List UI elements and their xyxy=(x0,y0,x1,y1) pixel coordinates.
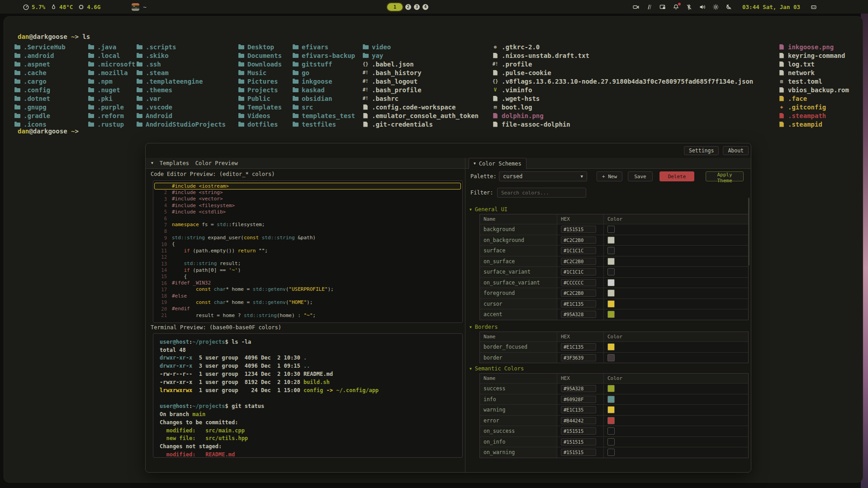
collapse-arrow-icon[interactable]: ▼ xyxy=(151,161,153,165)
table-row: cursor#E1C135 xyxy=(480,298,748,309)
color-swatch[interactable] xyxy=(607,247,615,254)
screencast-icon[interactable] xyxy=(632,4,640,10)
hex-input[interactable]: #151515 xyxy=(561,438,596,445)
section-title: General UI xyxy=(475,206,508,213)
color-swatch[interactable] xyxy=(607,268,615,275)
color-swatch[interactable] xyxy=(607,258,615,265)
color-swatch[interactable] xyxy=(607,406,615,413)
file-name: .purple xyxy=(97,104,124,111)
line-number: 19 xyxy=(153,299,172,305)
file-name: .reform xyxy=(97,112,124,119)
terminal-preview-line xyxy=(160,394,462,403)
notifications-indicator[interactable] xyxy=(673,4,679,10)
file-item: .face xyxy=(778,94,849,103)
search-colors-input[interactable] xyxy=(497,188,586,198)
terminal-preview-line: Changes to be committed: xyxy=(160,418,462,426)
color-swatch[interactable] xyxy=(607,343,615,351)
new-palette-button[interactable]: + New xyxy=(597,171,622,181)
apply-theme-button[interactable]: Apply Theme xyxy=(706,171,744,181)
section-header-borders[interactable]: ▼Borders xyxy=(470,324,498,330)
hex-input[interactable]: #C2C2B0 xyxy=(561,289,596,297)
file-name: .bash_profile xyxy=(372,86,422,94)
tab-templates[interactable]: Templates xyxy=(160,160,189,166)
hex-input[interactable]: #C2C2B0 xyxy=(561,258,596,265)
color-swatch[interactable] xyxy=(607,300,615,308)
file-icon xyxy=(778,122,785,127)
settings-button[interactable]: Settings xyxy=(684,146,719,155)
hex-input[interactable]: #1C1C1C xyxy=(561,268,596,275)
save-button[interactable]: Save xyxy=(628,171,653,181)
terminal-preview-label: Terminal Preview: (base00-base0F colors) xyxy=(151,324,281,331)
code-line: 16#ifdef _WIN32 xyxy=(153,280,462,286)
section-header-semantic-colors[interactable]: ▼Semantic Colors xyxy=(470,365,524,372)
file-name: gitstuff xyxy=(302,61,332,68)
hex-input[interactable]: #95A328 xyxy=(561,311,596,318)
color-name: border_focused xyxy=(480,342,557,352)
tray-device-icon[interactable] xyxy=(810,4,817,10)
color-swatch[interactable] xyxy=(607,237,615,244)
hex-input[interactable]: #151515 xyxy=(561,427,596,435)
hex-input[interactable]: #3F3639 xyxy=(561,354,596,361)
palette-dropdown[interactable]: cursed ▼ xyxy=(499,171,587,181)
color-swatch[interactable] xyxy=(607,311,615,318)
color-swatch[interactable] xyxy=(607,396,615,403)
brightness-icon[interactable] xyxy=(712,4,719,10)
color-swatch[interactable] xyxy=(607,449,615,456)
hex-input[interactable]: #95A328 xyxy=(561,385,596,392)
hex-input[interactable]: #C2C2B0 xyxy=(561,237,596,244)
hex-input[interactable]: #E1C135 xyxy=(561,300,596,308)
about-button[interactable]: About xyxy=(723,146,749,155)
line-number: 16 xyxy=(153,280,172,286)
line-number: 18 xyxy=(153,293,172,298)
workspace-2[interactable]: 2 xyxy=(405,4,411,10)
file-name: keyring-command xyxy=(788,52,845,59)
folder-icon xyxy=(238,104,244,109)
file-name: templates_test xyxy=(302,112,355,119)
volume-icon[interactable] xyxy=(699,4,706,10)
color-swatch[interactable] xyxy=(607,226,615,233)
color-name: info xyxy=(480,394,557,405)
column-header: HEX xyxy=(557,374,604,383)
hex-input[interactable]: #E1C135 xyxy=(561,343,596,351)
color-swatch[interactable] xyxy=(607,417,615,424)
folder-icon xyxy=(136,104,142,109)
file-icon: {} xyxy=(492,78,498,84)
folder-icon xyxy=(136,62,142,66)
file-item: .rustup xyxy=(88,120,135,128)
file-item: ◆.gitconfig xyxy=(778,103,849,111)
hex-input[interactable]: #E1C135 xyxy=(561,406,596,413)
clock[interactable]: 03:44 Sat, Jan 03 xyxy=(742,4,800,10)
tab-color-schemes[interactable]: ▼ Color Schemes xyxy=(469,158,526,169)
scrollbar-thumb[interactable] xyxy=(748,198,749,265)
terminal-preview-line: On branch main xyxy=(160,410,462,418)
color-swatch[interactable] xyxy=(607,354,615,361)
hex-input[interactable]: #B44242 xyxy=(561,417,596,424)
hex-input[interactable]: #1C1C1C xyxy=(561,247,596,254)
hex-input[interactable]: #151515 xyxy=(561,226,596,233)
color-swatch[interactable] xyxy=(607,438,615,445)
color-swatch[interactable] xyxy=(607,279,615,286)
screen-lock-icon[interactable] xyxy=(659,4,666,10)
tab-color-preview[interactable]: Color Preview xyxy=(195,160,238,166)
hex-input[interactable]: #60928F xyxy=(561,396,596,403)
file-name: .nixos-unstab.draft.txt xyxy=(502,52,589,59)
night-light-off-icon[interactable] xyxy=(726,4,732,10)
color-swatch[interactable] xyxy=(607,385,615,392)
file-item: .config.code-workspace xyxy=(362,103,479,111)
delete-button[interactable]: Delete xyxy=(659,171,694,181)
flames-icon[interactable] xyxy=(646,4,653,10)
column-header: Color xyxy=(604,374,748,383)
section-header-general-ui[interactable]: ▼General UI xyxy=(470,206,508,213)
hex-input[interactable]: #151515 xyxy=(561,449,596,456)
color-swatch[interactable] xyxy=(607,427,615,435)
workspace-3[interactable]: 3 xyxy=(414,4,420,10)
workspace-1[interactable]: 1 xyxy=(387,3,403,11)
bluetooth-off-icon[interactable] xyxy=(686,4,693,10)
file-name: inkgoose.png xyxy=(788,43,834,51)
window-titlebar-buttons: Settings About xyxy=(684,146,749,155)
color-name: success xyxy=(480,384,557,394)
hex-input[interactable]: #CCCCCC xyxy=(561,279,596,286)
color-swatch[interactable] xyxy=(607,289,615,297)
folder-icon xyxy=(136,79,142,84)
workspace-4[interactable]: 4 xyxy=(422,4,428,10)
